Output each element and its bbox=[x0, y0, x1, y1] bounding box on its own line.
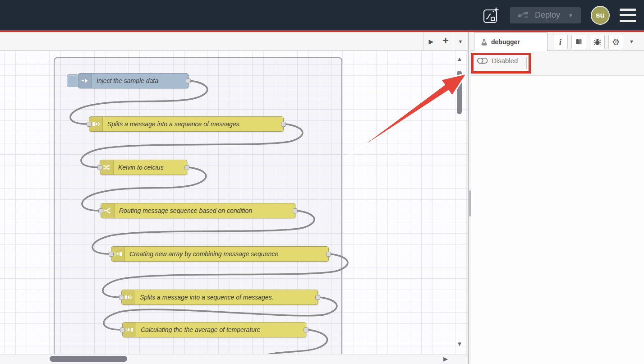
debug-messages-panel bbox=[471, 76, 644, 364]
node-input-port[interactable] bbox=[98, 208, 103, 213]
info-icon[interactable]: i bbox=[553, 35, 568, 49]
menu-bar bbox=[620, 14, 636, 16]
node-label: Calculating the the average of temperatu… bbox=[141, 323, 302, 337]
node-output-port[interactable] bbox=[281, 122, 286, 127]
menu-icon[interactable] bbox=[620, 9, 636, 22]
main-area: ▶ + ▼ Inject the sample dataSplits a mes… bbox=[0, 32, 644, 364]
inject-icon bbox=[78, 74, 92, 88]
workspace: ▶ + ▼ Inject the sample dataSplits a mes… bbox=[0, 32, 468, 364]
header: Deploy ▼ su bbox=[0, 0, 644, 30]
horizontal-scrollbar-thumb[interactable] bbox=[50, 356, 127, 362]
toolbar-separator bbox=[526, 57, 527, 69]
node-input-port[interactable] bbox=[109, 252, 114, 257]
node-output-port[interactable] bbox=[186, 78, 191, 83]
deploy-dropdown-icon[interactable]: ▼ bbox=[568, 13, 573, 18]
node-label: Routing message sequence based on condit… bbox=[119, 203, 291, 218]
flow-node-switch[interactable]: Routing message sequence based on condit… bbox=[101, 203, 295, 218]
flow-node-split[interactable]: Splits a message into a sequence of mess… bbox=[89, 116, 284, 132]
flow-node-join[interactable]: Creating new array by combining message … bbox=[111, 246, 329, 262]
tab-debugger[interactable]: debugger bbox=[474, 32, 547, 51]
flow-node-change[interactable]: Kelvin to celcius bbox=[100, 160, 187, 175]
node-label: Splits a message into a sequence of mess… bbox=[140, 290, 314, 304]
flow-canvas[interactable]: Inject the sample dataSplits a message i… bbox=[0, 51, 468, 354]
node-label: Inject the sample data bbox=[97, 74, 184, 88]
sidebar: debugger i bbox=[471, 32, 644, 364]
flow-node-split[interactable]: Splits a message into a sequence of mess… bbox=[121, 290, 318, 305]
scroll-up-icon[interactable]: ▲ bbox=[455, 55, 464, 62]
horizontal-scrollbar[interactable]: ▶ bbox=[0, 354, 468, 364]
flow-node-inject[interactable]: Inject the sample data bbox=[78, 73, 189, 88]
node-label: Creating new array by combining message … bbox=[129, 247, 325, 261]
scroll-down-icon[interactable]: ▼ bbox=[455, 341, 464, 347]
sidebar-splitter[interactable] bbox=[468, 32, 471, 364]
menu-bar bbox=[620, 9, 636, 11]
gear-icon[interactable]: ⚙ bbox=[608, 35, 623, 49]
node-output-port[interactable] bbox=[315, 295, 320, 300]
flow-node-join[interactable]: Calculating the the average of temperatu… bbox=[122, 322, 306, 337]
node-input-port[interactable] bbox=[119, 295, 124, 300]
node-output-port[interactable] bbox=[293, 208, 298, 213]
node-output-port[interactable] bbox=[304, 327, 308, 332]
sidebar-tabbar: debugger i bbox=[471, 32, 644, 51]
sidebar-tabs-dropdown-icon[interactable]: ▼ bbox=[629, 39, 634, 44]
node-output-port[interactable] bbox=[326, 252, 331, 257]
deploy-label: Deploy bbox=[535, 10, 560, 20]
bug-icon[interactable] bbox=[590, 35, 605, 49]
node-label: Splits a message into a sequence of mess… bbox=[107, 117, 280, 131]
scroll-right-arrow-icon[interactable]: ▶ bbox=[443, 355, 448, 362]
user-avatar[interactable]: su bbox=[591, 6, 610, 25]
scroll-tabs-right-icon[interactable]: ▶ bbox=[424, 32, 438, 51]
flow-tabbar: ▶ + ▼ bbox=[0, 32, 468, 51]
menu-bar bbox=[620, 20, 636, 22]
toggle-off-icon bbox=[477, 57, 488, 65]
nodes-layer: Inject the sample dataSplits a message i… bbox=[0, 51, 468, 354]
tab-debugger-label: debugger bbox=[491, 38, 520, 46]
inject-trigger-button[interactable] bbox=[67, 74, 79, 87]
node-input-port[interactable] bbox=[120, 327, 125, 332]
deploy-button[interactable]: Deploy ▼ bbox=[510, 7, 581, 23]
disabled-label: Disabled bbox=[492, 57, 518, 65]
ai-flow-icon[interactable] bbox=[482, 6, 500, 25]
node-output-port[interactable] bbox=[184, 165, 189, 170]
vertical-scrollbar-thumb[interactable] bbox=[457, 71, 462, 114]
node-label: Kelvin to celcius bbox=[118, 160, 183, 175]
flow-list-icon[interactable]: ▼ bbox=[453, 32, 468, 51]
debug-disabled-toggle[interactable]: Disabled bbox=[477, 57, 518, 65]
deploy-icon bbox=[518, 12, 529, 18]
flask-icon bbox=[481, 38, 488, 46]
add-flow-button[interactable]: + bbox=[438, 32, 453, 51]
debug-toolbar: Disabled bbox=[471, 51, 644, 76]
node-red-app: Deploy ▼ su ▶ + ▼ Inject the sample d bbox=[0, 0, 644, 364]
node-input-port[interactable] bbox=[97, 165, 102, 170]
node-input-port[interactable] bbox=[87, 122, 92, 127]
book-icon[interactable] bbox=[571, 35, 586, 49]
avatar-initials: su bbox=[596, 11, 605, 20]
